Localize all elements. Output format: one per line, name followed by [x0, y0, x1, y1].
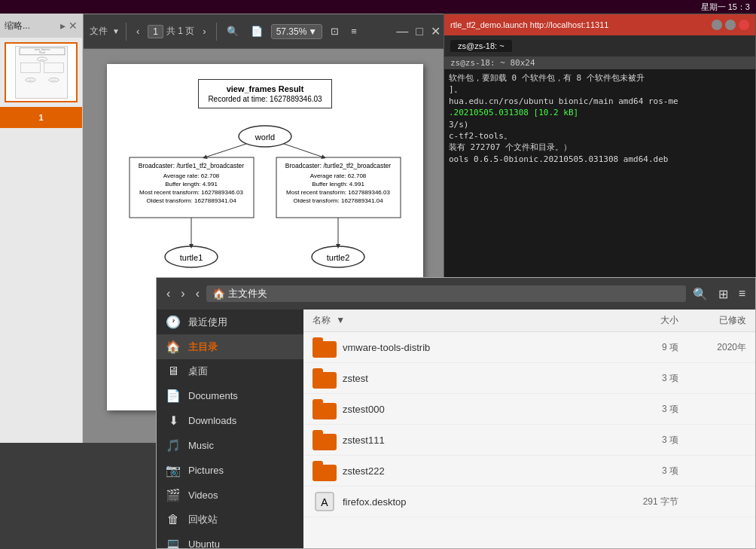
fm-back-btn[interactable]: ‹	[163, 285, 174, 302]
fm-sidebar-item-trash[interactable]: 🗑 回收站	[157, 508, 303, 532]
top-bar: 星期一 15：3	[0, 0, 756, 14]
pdf-zoom-arrow: ▼	[308, 26, 317, 37]
fm-path-label: 主文件夹	[228, 287, 267, 300]
fm-music-label: Music	[188, 440, 214, 451]
pdf-thumbnail[interactable]: view_frames Result world turtle1 turtle2	[5, 42, 78, 102]
file-size: 3 项	[618, 434, 678, 447]
pdf-sidebar-expand[interactable]: ▸	[60, 20, 66, 32]
table-row[interactable]: vmware-tools-distrib 9 项 2020年	[303, 332, 755, 363]
terminal-line-1: 软件包，要卸载 0 个软件包，有 8 个软件包未被升	[449, 72, 751, 84]
table-row[interactable]: A firefox.desktop 291 字节	[303, 486, 755, 517]
terminal-minimize-btn[interactable]	[712, 20, 722, 30]
fm-downloads-icon: ⬇	[166, 413, 181, 428]
fm-sidebar-item-pictures[interactable]: 📷 Pictures	[157, 458, 303, 483]
pdf-close-btn[interactable]: ✕	[431, 24, 440, 38]
terminal-close-btn[interactable]	[739, 20, 749, 30]
fm-videos-label: Videos	[188, 490, 218, 501]
fm-downloads-label: Downloads	[188, 415, 236, 426]
fm-sidebar-item-music[interactable]: 🎵 Music	[157, 433, 303, 458]
svg-text:turtle1: turtle1	[180, 253, 203, 262]
fm-sidebar-item-downloads[interactable]: ⬇ Downloads	[157, 408, 303, 433]
fm-search-btn[interactable]: 🔍	[689, 285, 712, 303]
pdf-sidebar: 缩略... ▸ ✕ view_frames Result world turtl…	[0, 14, 83, 443]
fm-up-btn[interactable]: ‹	[192, 285, 203, 302]
fm-ubuntu-label: Ubuntu	[188, 538, 220, 548]
pdf-sidebar-controls: ▸ ✕	[60, 20, 78, 32]
svg-text:Broadcaster: /turtle2_tf2_broa: Broadcaster: /turtle2_tf2_broadcaster	[285, 162, 391, 169]
pdf-document-btn[interactable]: 📄	[247, 24, 267, 38]
fm-view-grid-btn[interactable]: ⊞	[715, 285, 732, 303]
pdf-nav-next[interactable]: ›	[199, 24, 209, 38]
table-row[interactable]: zstest000 3 项	[303, 394, 755, 425]
fm-pictures-label: Pictures	[188, 465, 224, 476]
fm-toolbar: ‹ › ‹ 🏠 主文件夹 🔍 ⊞ ≡	[157, 278, 755, 310]
pdf-menu-file[interactable]: 文件	[90, 25, 108, 38]
pdf-thumbnail-inner: view_frames Result world turtle1 turtle2	[15, 46, 68, 99]
table-row[interactable]: zstest 3 项	[303, 363, 755, 394]
fm-sidebar-item-videos[interactable]: 🎬 Videos	[157, 483, 303, 508]
terminal-line-6: c-tf2-tools。	[449, 130, 751, 142]
pdf-zoom-box[interactable]: 57.35% ▼	[271, 24, 323, 39]
svg-text:A: A	[321, 496, 328, 508]
terminal-line-7: 装有 272707 个文件和目录。）	[449, 142, 751, 153]
fm-sidebar-item-recent[interactable]: 🕐 最近使用	[157, 310, 303, 334]
fm-trash-label: 回收站	[188, 513, 218, 526]
svg-text:world: world	[255, 133, 275, 142]
svg-text:Average rate: 62.708: Average rate: 62.708	[163, 172, 220, 179]
terminal-size-bar: zs@zs-18: ~ 80x24	[444, 56, 755, 69]
fm-videos-icon: 🎬	[166, 488, 181, 502]
terminal-line-2: ]。	[449, 84, 751, 95]
file-size: 291 字节	[618, 496, 678, 508]
terminal-title-text: rtle_tf2_demo.launch http://localhost:11…	[450, 20, 608, 29]
table-row[interactable]: zstest111 3 项	[303, 425, 755, 456]
terminal-body[interactable]: 软件包，要卸载 0 个软件包，有 8 个软件包未被升 ]。 hua.edu.cn…	[444, 69, 755, 295]
pdf-maximize-btn[interactable]: □	[416, 25, 423, 38]
terminal-line-3: hua.edu.cn/ros/ubuntu bionic/main amd64 …	[449, 96, 751, 107]
fm-recent-icon: 🕐	[166, 315, 181, 329]
fm-col-name: 名称 ▼	[312, 314, 618, 327]
pdf-sidebar-page-num: 1	[38, 113, 43, 122]
fm-sidebar-item-home[interactable]: 🏠 主目录	[157, 334, 303, 359]
file-name: firefox.desktop	[343, 496, 618, 508]
terminal-title-bar: rtle_tf2_demo.launch http://localhost:11…	[444, 14, 755, 35]
terminal-window: rtle_tf2_demo.launch http://localhost:11…	[444, 14, 756, 296]
terminal-tab-main[interactable]: zs@zs-18: ~	[450, 40, 512, 52]
folder-icon	[312, 398, 337, 419]
pdf-menu-btn[interactable]: ≡	[347, 24, 361, 38]
fm-sort-arrow: ▼	[336, 315, 345, 325]
folder-icon	[312, 429, 337, 450]
pdf-diagram-title: view_frames Result	[208, 84, 322, 93]
pdf-sidebar-close[interactable]: ✕	[69, 20, 78, 32]
file-name: zstest	[343, 373, 618, 384]
fm-documents-label: Documents	[188, 390, 238, 401]
fm-path-bar: 🏠 主文件夹	[206, 285, 686, 302]
svg-text:turtle2: turtle2	[51, 79, 56, 81]
fm-sidebar-item-ubuntu[interactable]: 💻 Ubuntu	[157, 532, 303, 548]
fm-forward-btn[interactable]: ›	[177, 285, 188, 302]
fm-sidebar-item-documents[interactable]: 📄 Documents	[157, 383, 303, 408]
terminal-restore-btn[interactable]	[725, 20, 736, 30]
fm-documents-icon: 📄	[166, 389, 181, 403]
pdf-result-box: view_frames Result Recorded at time: 162…	[198, 79, 331, 108]
pdf-minimize-btn[interactable]: —	[396, 25, 408, 38]
fm-menu-btn[interactable]: ≡	[735, 285, 749, 302]
terminal-size-label: zs@zs-18: ~ 80x24	[450, 58, 535, 68]
fm-col-size: 大小	[618, 314, 678, 327]
pdf-page-total: 共 1 页	[166, 25, 194, 38]
pdf-search-btn[interactable]: 🔍	[223, 24, 242, 38]
fm-recent-label: 最近使用	[188, 316, 227, 329]
fm-ubuntu-icon: 💻	[166, 537, 181, 548]
fm-col-modified: 已修改	[678, 314, 746, 327]
pdf-nav-prev[interactable]: ‹	[133, 24, 143, 38]
pdf-fit-btn[interactable]: ⊡	[327, 24, 343, 38]
fm-trash-icon: 🗑	[166, 513, 181, 526]
system-time: 星期一 15：3	[701, 2, 750, 13]
table-row[interactable]: zstest222 3 项	[303, 456, 755, 486]
folder-icon	[312, 337, 337, 358]
file-modified: 2020年	[678, 341, 746, 354]
fm-sidebar-item-desktop[interactable]: 🖥 桌面	[157, 359, 303, 383]
pdf-page-info: 1 共 1 页	[148, 25, 194, 38]
fm-sidebar: 🕐 最近使用 🏠 主目录 🖥 桌面 📄 Documents ⬇ Download…	[157, 310, 303, 548]
pdf-toolbar: 文件 ▼ ‹ 1 共 1 页 › 🔍 📄 57.35% ▼ ⊡ ≡ — □ ✕	[84, 14, 447, 49]
file-size: 9 项	[618, 341, 678, 354]
